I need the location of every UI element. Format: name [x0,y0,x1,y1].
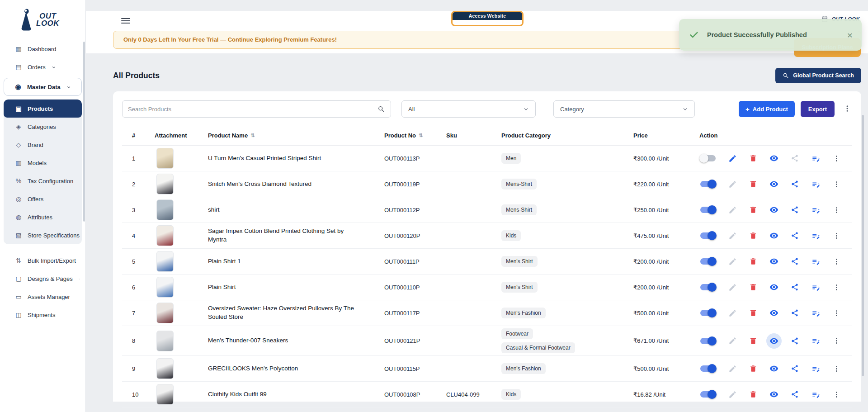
publish-toggle[interactable] [700,391,716,398]
edit-note-button[interactable] [808,176,823,192]
publish-toggle[interactable] [700,181,716,187]
product-name[interactable]: GRECIILOOKS Men's Polycotton [208,365,384,373]
edit-note-button[interactable] [808,333,823,349]
view-button[interactable] [766,333,782,349]
product-name[interactable]: Plain Shirt 1 [208,257,384,266]
publish-toggle[interactable] [700,207,716,213]
sidebar-item[interactable]: ▦ Dashboard [0,40,85,58]
view-button[interactable] [766,305,782,321]
sidebar-subitem[interactable]: ▥ Models [4,154,82,172]
sidebar-subitem[interactable]: ▧ Store Specifications [4,226,82,244]
add-product-button[interactable]: + Add Product [739,101,795,117]
row-more-button[interactable] [829,151,844,166]
share-button[interactable] [787,202,802,218]
sidebar-item[interactable]: ▤ Orders [0,58,85,76]
share-button[interactable] [787,151,802,166]
publish-toggle[interactable] [700,284,716,290]
global-product-search-button[interactable]: Global Product Search [775,68,861,83]
sidebar-item[interactable]: ◫ Shipments [0,306,85,324]
vertical-scrollbar[interactable] [862,115,864,376]
product-name[interactable]: Oversized Sweater: Haze Oversized Pullov… [208,304,384,322]
product-thumbnail[interactable] [156,331,174,351]
delete-button[interactable] [745,387,761,402]
product-name[interactable]: Clothify Kids Outfit 99 [208,390,384,399]
view-button[interactable] [766,361,782,376]
row-more-button[interactable] [829,279,844,295]
publish-toggle[interactable] [700,232,716,239]
delete-button[interactable] [745,361,761,376]
delete-button[interactable] [745,228,761,243]
sidebar-item[interactable]: ▢ Designs & Pages [0,270,85,288]
access-website-button[interactable]: Access Website [451,11,524,26]
edit-button[interactable] [725,176,740,192]
sidebar-scrollbar[interactable] [83,42,85,222]
product-thumbnail[interactable] [156,225,174,246]
view-button[interactable] [766,254,782,269]
share-button[interactable] [787,361,802,376]
view-button[interactable] [766,202,782,218]
share-button[interactable] [787,254,802,269]
export-button[interactable]: Export [801,101,835,117]
product-thumbnail[interactable] [156,174,174,194]
view-button[interactable] [766,228,782,243]
product-thumbnail[interactable] [156,148,174,169]
product-thumbnail[interactable] [156,303,174,323]
edit-note-button[interactable] [808,202,823,218]
share-button[interactable] [787,176,802,192]
edit-button[interactable] [725,228,740,243]
status-filter-select[interactable]: All [401,100,536,118]
product-thumbnail[interactable] [156,199,174,220]
sidebar-subitem[interactable]: ▣ Products [4,99,82,118]
product-name[interactable]: U Turn Men's Casual Printed Striped Shir… [208,154,384,163]
product-thumbnail[interactable] [156,384,174,405]
sidebar-subitem[interactable]: % Tax Configuration [4,172,82,190]
row-more-button[interactable] [829,333,844,349]
more-options-button[interactable] [842,104,852,115]
sidebar-subitem[interactable]: ◍ Attributes [4,208,82,226]
product-name[interactable]: Snitch Men's Cross Diamond Textured [208,180,384,189]
publish-toggle[interactable] [700,258,716,265]
view-button[interactable] [766,387,782,402]
row-more-button[interactable] [829,254,844,269]
share-button[interactable] [787,333,802,349]
publish-toggle[interactable] [700,365,716,372]
edit-note-button[interactable] [808,305,823,321]
delete-button[interactable] [745,202,761,218]
edit-note-button[interactable] [808,387,823,402]
sidebar-subitem[interactable]: ◇ Brand [4,136,82,154]
delete-button[interactable] [745,151,761,166]
edit-button[interactable] [725,151,740,166]
delete-button[interactable] [745,279,761,295]
edit-button[interactable] [725,279,740,295]
delete-button[interactable] [745,254,761,269]
brand-logo[interactable]: OUT LOOK [0,0,85,40]
row-more-button[interactable] [829,305,844,321]
category-filter-select[interactable]: Category [553,100,695,118]
row-more-button[interactable] [829,387,844,402]
view-button[interactable] [766,279,782,295]
product-thumbnail[interactable] [156,277,174,298]
sidebar-item[interactable]: ▭ Assets Manager [0,288,85,306]
edit-note-button[interactable] [808,279,823,295]
product-name[interactable]: shirt [208,206,384,214]
share-button[interactable] [787,228,802,243]
publish-toggle[interactable] [700,310,716,316]
product-thumbnail[interactable] [156,358,174,379]
close-icon[interactable]: × [847,30,853,40]
sidebar-subitem[interactable]: ◈ Categories [4,118,82,136]
edit-button[interactable] [725,361,740,376]
product-thumbnail[interactable] [156,251,174,272]
sidebar-subitem[interactable]: ◎ Offers [4,190,82,208]
view-button[interactable] [766,151,782,166]
sort-icon[interactable]: ⇅ [250,133,255,138]
delete-button[interactable] [745,176,761,192]
row-more-button[interactable] [829,228,844,243]
edit-note-button[interactable] [808,361,823,376]
menu-icon[interactable] [121,17,130,24]
publish-toggle[interactable] [700,155,716,161]
view-button[interactable] [766,176,782,192]
search-icon[interactable] [377,105,385,113]
product-name[interactable]: Sagar Impex Cotton Blend Printed Clothin… [208,227,384,244]
edit-button[interactable] [725,254,740,269]
row-more-button[interactable] [829,202,844,218]
